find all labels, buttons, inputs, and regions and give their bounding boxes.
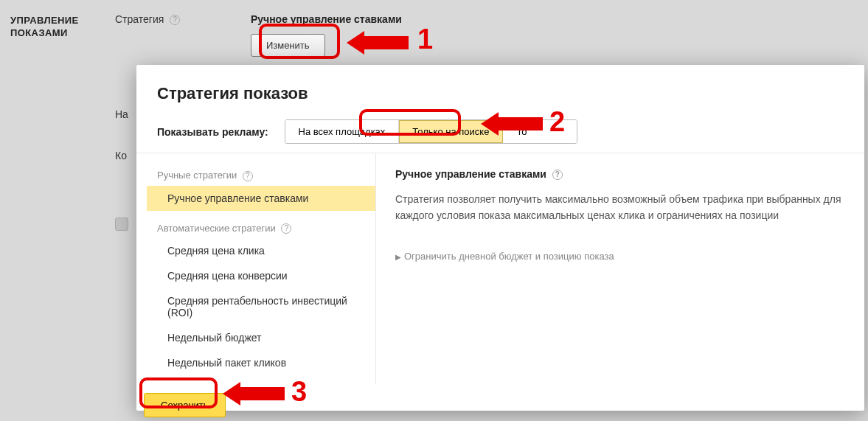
strategy-item-weekly-clicks[interactable]: Недельный пакет кликов [147, 350, 375, 375]
current-strategy-title: Ручное управление ставками [251, 13, 402, 25]
field-label-strategy: Стратегия ? [115, 13, 248, 25]
strategy-item-avg-roi[interactable]: Средняя рентабельность инвестиций (ROI) [147, 288, 375, 325]
chevron-right-icon: ▶ [395, 253, 401, 261]
checkbox[interactable] [115, 218, 128, 231]
strategy-details: Ручное управление ставками ? Стратегия п… [375, 153, 864, 384]
strategy-item-avg-cpa[interactable]: Средняя цена конверсии [147, 263, 375, 288]
field-label-strategy-text: Стратегия [115, 13, 164, 25]
annotation-number-1: 1 [417, 24, 433, 55]
annotation-number-2: 2 [549, 106, 565, 138]
seg-all-platforms[interactable]: На всех площадках [285, 120, 400, 143]
change-button[interactable]: Изменить [251, 34, 325, 57]
group-manual: Ручные стратегии ? [147, 165, 375, 186]
limit-budget-toggle[interactable]: ▶Ограничить дневной бюджет и позицию пок… [395, 251, 845, 262]
strategy-details-title-text: Ручное управление ставками [395, 168, 546, 180]
modal-title: Стратегия показов [157, 84, 844, 103]
strategy-list: Ручные стратегии ? Ручное управление ста… [136, 153, 375, 384]
strategy-description: Стратегия позволяет получить максимально… [395, 192, 845, 223]
strategy-item-weekly-budget[interactable]: Недельный бюджет [147, 325, 375, 350]
limit-budget-label: Ограничить дневной бюджет и позицию пока… [404, 251, 614, 262]
group-auto-label: Автоматические стратегии [157, 223, 276, 234]
annotation-number-3: 3 [291, 376, 307, 408]
strategy-item-avg-cpc[interactable]: Средняя цена клика [147, 238, 375, 263]
modal-header: Стратегия показов Показывать рекламу: На… [136, 65, 864, 153]
help-icon[interactable]: ? [243, 171, 253, 181]
section-label-display: УПРАВЛЕНИЕ ПОКАЗАМИ [10, 13, 115, 40]
strategy-item-manual-bids[interactable]: Ручное управление ставками [147, 186, 375, 211]
strategy-modal: ✕ Стратегия показов Показывать рекламу: … [136, 65, 864, 411]
group-auto: Автоматические стратегии ? [147, 218, 375, 239]
help-icon[interactable]: ? [170, 15, 180, 25]
help-icon[interactable]: ? [552, 170, 563, 180]
show-ads-label: Показывать рекламу: [157, 126, 268, 138]
help-icon[interactable]: ? [281, 223, 291, 234]
strategy-details-title: Ручное управление ставками ? [395, 168, 845, 180]
modal-body: Ручные стратегии ? Ручное управление ста… [136, 153, 864, 384]
save-button[interactable]: Сохранить [144, 393, 226, 417]
group-manual-label: Ручные стратегии [157, 170, 237, 181]
